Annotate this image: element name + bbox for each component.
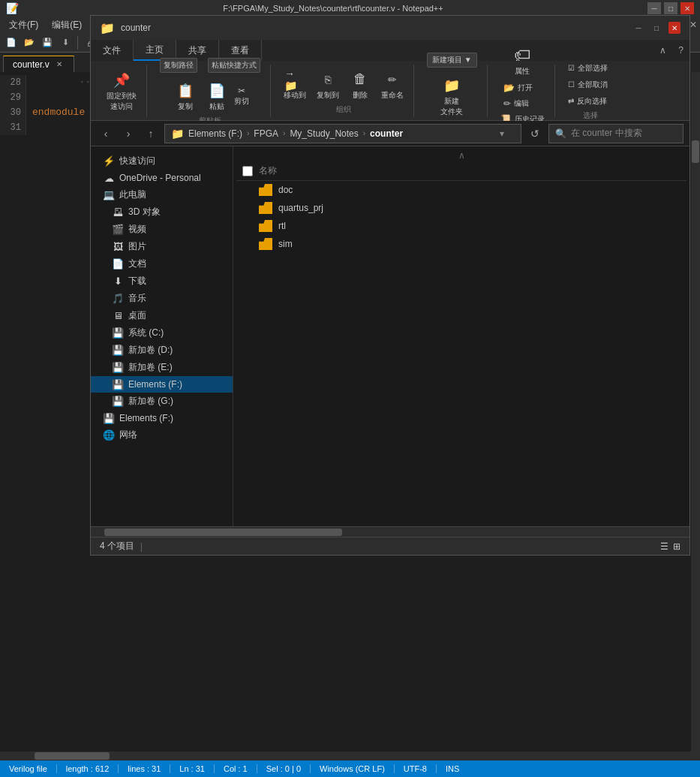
ribbon-collapse-btn[interactable]: ∧ [653, 40, 672, 61]
exp-main: ⚡ 快速访问 ☁ OneDrive - Personal 💻 此电脑 🗳 3D … [91, 146, 689, 526]
ribbon-btn-properties[interactable]: 🏷 属性 [508, 43, 536, 79]
exp-filelist: ∧ 名称 doc quartus_prj rtl [233, 146, 689, 526]
name-column-header: 名称 [259, 164, 277, 177]
addr-dropdown-btn[interactable]: ▾ [500, 128, 515, 139]
npp-maximize-btn[interactable]: □ [664, 2, 677, 14]
npp-hscroll[interactable] [0, 751, 691, 760]
toolbar-new[interactable]: 📄 [3, 35, 20, 51]
sidebar-label-thispc: 此电脑 [119, 188, 146, 201]
network-icon: 🌐 [103, 429, 115, 441]
exp-view-icon-1[interactable]: ☰ [660, 541, 668, 552]
sidebar-item-music[interactable]: 🎵 音乐 [91, 290, 233, 307]
addr-breadcrumb-fpga[interactable]: FPGA [254, 128, 278, 139]
addr-current-folder[interactable]: counter [370, 128, 403, 139]
select-all-checkbox[interactable] [242, 166, 253, 176]
file-item-quartus[interactable]: quartus_prj [236, 199, 686, 217]
ribbon-tab-file[interactable]: 文件 [91, 40, 134, 61]
exp-minimize-btn[interactable]: ─ [632, 22, 644, 34]
file-item-sim[interactable]: sim [236, 235, 686, 253]
ribbon-btn-delete[interactable]: 🗑 删除 [346, 67, 374, 103]
line-content-29 [26, 90, 32, 105]
sidebar-label-drivf: Elements (F:) [128, 379, 182, 390]
ribbon-btn-copy-path[interactable]: 复制路径 [156, 56, 201, 75]
toolbar-open[interactable]: 📂 [21, 35, 38, 51]
ribbon-btn-copyto[interactable]: ⎘ 复制到 [313, 67, 343, 103]
exp-sidebar: ⚡ 快速访问 ☁ OneDrive - Personal 💻 此电脑 🗳 3D … [91, 146, 233, 526]
exp-hscroll-thumb[interactable] [104, 529, 343, 536]
ribbon-btn-pin[interactable]: 📌 固定到快速访问 [103, 68, 140, 114]
npp-scroll-corner [691, 751, 700, 760]
status-ins: INS [437, 764, 468, 773]
exp-view-icon-2[interactable]: ⊞ [673, 541, 680, 552]
folder-icon-rtl [259, 220, 272, 232]
exp-status-sep: | [140, 541, 143, 552]
npp-title: F:\FPGA\My_Study_Notes\counter\rtl\count… [19, 4, 647, 13]
addr-path[interactable]: 📁 Elements (F:) › FPGA › My_Study_Notes … [164, 124, 521, 143]
status-ln: Ln : 31 [170, 764, 215, 773]
menu-file[interactable]: 文件(F) [3, 17, 44, 33]
ribbon-btn-moveto[interactable]: →📁 移动到 [280, 67, 310, 103]
addr-search-box[interactable]: 🔍 在 counter 中搜索 [548, 124, 683, 143]
search-placeholder-text: 在 counter 中搜索 [571, 127, 642, 140]
properties-icon: 🏷 [512, 45, 533, 66]
tab-close-btn[interactable]: ✕ [54, 59, 65, 70]
ribbon-btn-paste-shortcut[interactable]: 粘贴快捷方式 [204, 56, 264, 75]
addr-sep-3: › [363, 129, 365, 137]
sidebar-label-videos: 视频 [128, 223, 146, 236]
ribbon-btn-edit[interactable]: ✏ 编辑 [500, 96, 545, 111]
addr-forward-btn[interactable]: › [119, 125, 137, 143]
file-item-doc[interactable]: doc [236, 181, 686, 199]
npp-close-btn[interactable]: ✕ [680, 2, 694, 14]
file-name-rtl: rtl [278, 221, 286, 231]
ribbon-btn-invertsel[interactable]: ⇄ 反向选择 [564, 94, 617, 109]
toolbar-save[interactable]: 💾 [39, 35, 56, 51]
sidebar-item-drivg[interactable]: 💾 新加卷 (G:) [91, 393, 233, 410]
status-lineend: Windows (CR LF) [311, 764, 395, 773]
ribbon-btn-newfolder[interactable]: 📁 新建文件夹 [437, 73, 467, 119]
menu-edit[interactable]: 编辑(E) [46, 17, 88, 33]
sidebar-item-network[interactable]: 🌐 网络 [91, 426, 233, 444]
ribbon-btn-new-item[interactable]: 新建项目 ▼ [423, 50, 481, 70]
sidebar-item-videos[interactable]: 🎬 视频 [91, 221, 233, 238]
npp-hscroll-thumb[interactable] [35, 752, 110, 760]
selectall-icon: ☑ [568, 64, 575, 72]
ribbon-help-btn[interactable]: ? [672, 40, 689, 61]
copy-label: 复制 [178, 101, 193, 112]
npp-minimize-btn[interactable]: ─ [647, 2, 661, 14]
sidebar-item-pictures[interactable]: 🖼 图片 [91, 238, 233, 255]
sidebar-item-downloads[interactable]: ⬇ 下载 [91, 273, 233, 290]
tab-counter-v[interactable]: counter.v ✕ [3, 56, 74, 72]
sidebar-item-drivf[interactable]: 💾 Elements (F:) [91, 376, 233, 393]
pictures-icon: 🖼 [112, 241, 124, 253]
ribbon-btn-selectnone[interactable]: ☐ 全部取消 [564, 77, 617, 92]
toolbar-saveall[interactable]: ⬇ [57, 35, 74, 51]
addr-up-btn[interactable]: ↑ [142, 125, 160, 143]
vscroll-thumb[interactable] [692, 140, 699, 163]
ribbon-btn-copy[interactable]: 📋 复制 [171, 78, 200, 114]
exp-maximize-btn[interactable]: □ [650, 22, 662, 34]
file-item-rtl[interactable]: rtl [236, 217, 686, 235]
ribbon-btn-paste[interactable]: 📄 粘贴 [203, 78, 231, 114]
filelist-scroll-up: ∧ [236, 149, 686, 161]
addr-refresh-btn[interactable]: ↺ [526, 125, 544, 143]
sidebar-item-quickaccess[interactable]: ⚡ 快速访问 [91, 152, 233, 170]
vscroll[interactable] [691, 72, 700, 757]
sidebar-item-onedrive[interactable]: ☁ OneDrive - Personal [91, 170, 233, 186]
sidebar-item-drive[interactable]: 💾 新加卷 (E:) [91, 359, 233, 376]
addr-back-btn[interactable]: ‹ [97, 125, 115, 143]
sidebar-item-docs[interactable]: 📄 文档 [91, 255, 233, 273]
downloads-icon: ⬇ [112, 276, 124, 288]
sidebar-item-elements-f[interactable]: 💾 Elements (F:) [91, 410, 233, 426]
exp-close-btn[interactable]: ✕ [668, 22, 680, 34]
sidebar-item-desktop[interactable]: 🖥 桌面 [91, 307, 233, 324]
ribbon-btn-selectall[interactable]: ☑ 全部选择 [564, 61, 617, 76]
addr-breadcrumb-study[interactable]: My_Study_Notes [290, 128, 358, 139]
sidebar-item-thispc[interactable]: 💻 此电脑 [91, 186, 233, 203]
ribbon-btn-rename[interactable]: ✏ 重命名 [377, 67, 407, 103]
addr-breadcrumb-elements[interactable]: Elements (F:) [188, 128, 242, 139]
sidebar-item-drivd[interactable]: 💾 新加卷 (D:) [91, 342, 233, 359]
sidebar-item-3dobjects[interactable]: 🗳 3D 对象 [91, 203, 233, 221]
ribbon-btn-open[interactable]: 📂 打开 [500, 80, 545, 95]
exp-hscroll[interactable] [91, 526, 689, 537]
sidebar-item-drivc[interactable]: 💾 系统 (C:) [91, 324, 233, 342]
